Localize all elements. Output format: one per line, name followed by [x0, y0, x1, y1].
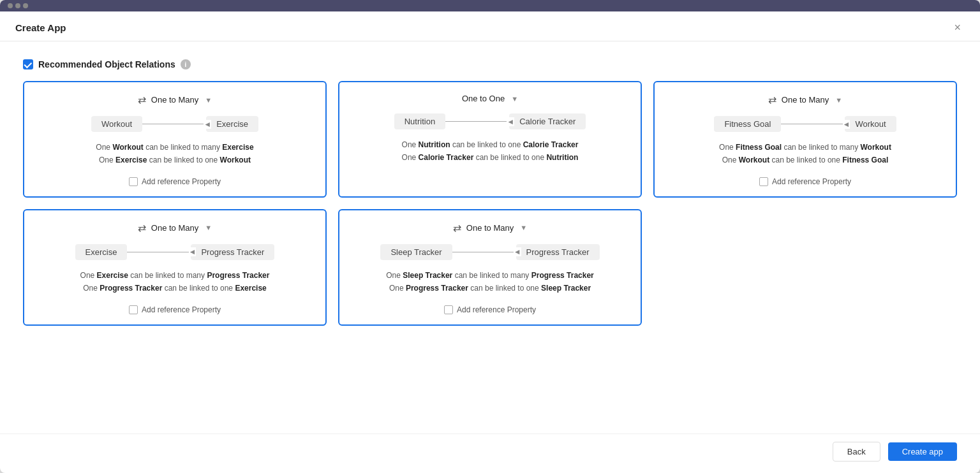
entity-row-2: Nutrition Calorie Tracker [352, 113, 628, 129]
entity-row-4: Exercise Progress Tracker [37, 244, 313, 260]
entity-right-5: Progress Tracker [516, 244, 600, 260]
entity-row-1: Workout Exercise [37, 116, 313, 132]
cards-bottom-row: ⇄ One to Many ▼ Exercise Progress Tracke… [23, 209, 957, 326]
relation-type-2: One to One [462, 94, 505, 103]
arrow-line-3 [781, 124, 845, 124]
modal-footer: Back Create app [0, 433, 980, 473]
relation-type-4: One to Many [151, 223, 198, 233]
dropdown-arrow-5[interactable]: ▼ [520, 224, 527, 231]
entity-left-3: Fitness Goal [714, 116, 781, 132]
entity-right-1: Exercise [206, 116, 258, 132]
arrows-icon-4: ⇄ [138, 222, 146, 234]
arrow-line-2 [445, 121, 509, 122]
add-ref-label-4: Add reference Property [142, 305, 221, 314]
cards-top-row: ⇄ One to Many ▼ Workout Exercise One Wor… [23, 81, 957, 198]
empty-card-slot [653, 209, 957, 326]
entity-right-3: Workout [845, 116, 896, 132]
close-button[interactable]: × [950, 20, 965, 34]
add-ref-checkbox-5[interactable] [444, 305, 453, 314]
section-header: Recommended Object Relations i [23, 59, 957, 69]
entity-right-2: Calorie Tracker [509, 113, 586, 129]
add-ref-label-1: Add reference Property [142, 177, 221, 186]
relation-type-5: One to Many [466, 223, 514, 233]
arrows-icon-1: ⇄ [138, 94, 146, 106]
relation-card-workout-exercise: ⇄ One to Many ▼ Workout Exercise One Wor… [23, 81, 327, 198]
add-ref-row-4: Add reference Property [129, 305, 221, 314]
modal-header: Create App × [0, 11, 980, 41]
relation-card-fitnessgoal-workout: ⇄ One to Many ▼ Fitness Goal Workout One… [653, 81, 957, 198]
entity-row-5: Sleep Tracker Progress Tracker [352, 244, 628, 260]
relation-type-3: One to Many [782, 95, 829, 105]
add-ref-label-5: Add reference Property [457, 305, 536, 314]
topbar-stub [0, 0, 980, 11]
entity-row-3: Fitness Goal Workout [667, 116, 943, 132]
card-top-3: ⇄ One to Many ▼ [768, 94, 842, 106]
card-desc-5: One Sleep Tracker can be linked to many … [386, 269, 594, 295]
card-top-5: ⇄ One to Many ▼ [453, 222, 527, 234]
entity-left-5: Sleep Tracker [380, 244, 452, 260]
add-ref-row-5: Add reference Property [444, 305, 536, 314]
relation-card-nutrition-calorie: One to One ▼ Nutrition Calorie Tracker O… [338, 81, 642, 198]
arrow-line-4 [127, 252, 191, 252]
card-top-2: One to One ▼ [462, 94, 518, 103]
add-ref-row-3: Add reference Property [759, 177, 851, 186]
relation-type-1: One to Many [151, 95, 198, 105]
dropdown-arrow-3[interactable]: ▼ [835, 96, 842, 104]
entity-left-1: Workout [91, 116, 142, 132]
modal-body: Recommended Object Relations i ⇄ One to … [0, 41, 980, 433]
arrow-line-5 [452, 252, 516, 252]
card-top-1: ⇄ One to Many ▼ [138, 94, 212, 106]
dropdown-arrow-4[interactable]: ▼ [205, 224, 212, 231]
card-desc-4: One Exercise can be linked to many Progr… [80, 269, 270, 295]
card-desc-3: One Fitness Goal can be linked to many W… [719, 141, 891, 167]
dropdown-arrow-1[interactable]: ▼ [205, 96, 212, 104]
entity-right-4: Progress Tracker [191, 244, 274, 260]
add-ref-checkbox-3[interactable] [759, 177, 768, 186]
add-ref-checkbox-4[interactable] [129, 305, 138, 314]
add-ref-label-3: Add reference Property [772, 177, 851, 186]
card-desc-1: One Workout can be linked to many Exerci… [96, 141, 253, 167]
add-ref-row-1: Add reference Property [129, 177, 221, 186]
card-desc-2: One Nutrition can be linked to one Calor… [402, 138, 579, 164]
relation-card-sleep-progress: ⇄ One to Many ▼ Sleep Tracker Progress T… [338, 209, 642, 326]
card-top-4: ⇄ One to Many ▼ [138, 222, 212, 234]
info-icon[interactable]: i [181, 59, 191, 69]
dropdown-arrow-2[interactable]: ▼ [511, 95, 518, 103]
create-app-button[interactable]: Create app [888, 442, 957, 461]
arrows-icon-5: ⇄ [453, 222, 461, 234]
back-button[interactable]: Back [833, 442, 880, 462]
add-ref-checkbox-1[interactable] [129, 177, 138, 186]
recommended-relations-checkbox[interactable] [23, 59, 33, 69]
create-app-modal: Create App × Recommended Object Relation… [0, 0, 980, 473]
entity-left-4: Exercise [75, 244, 128, 260]
arrows-icon-3: ⇄ [768, 94, 776, 106]
relation-card-exercise-progress: ⇄ One to Many ▼ Exercise Progress Tracke… [23, 209, 327, 326]
modal-title: Create App [15, 22, 66, 33]
arrow-line-1 [142, 124, 206, 124]
section-title: Recommended Object Relations [38, 59, 175, 69]
entity-left-2: Nutrition [394, 113, 445, 129]
